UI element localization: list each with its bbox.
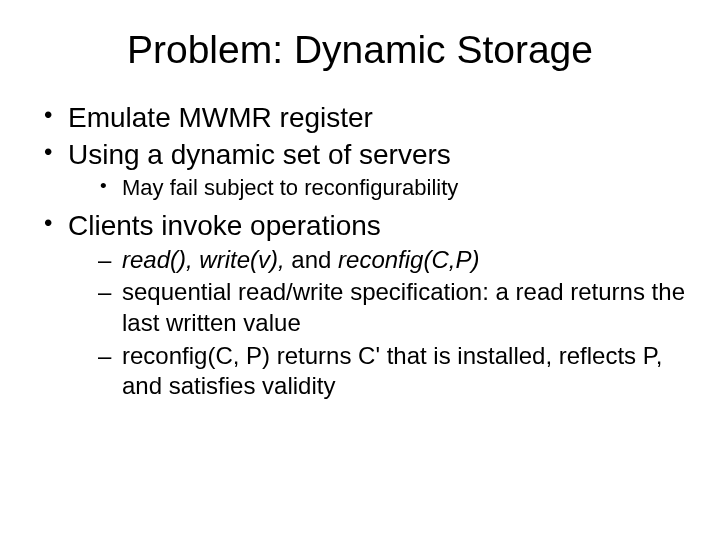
- bullet-text: Clients invoke operations: [68, 210, 381, 241]
- sub-item-sequential-spec: sequential read/write specification: a r…: [98, 277, 690, 338]
- bullet-text: Emulate MWMR register: [68, 102, 373, 133]
- bullet-text: sequential read/write specification: a r…: [122, 278, 685, 336]
- op-and: and: [291, 246, 338, 273]
- sub-bullet-list: May fail subject to reconfigurability: [94, 174, 690, 202]
- bullet-list: Emulate MWMR register Using a dynamic se…: [40, 100, 690, 402]
- bullet-text: reconfig(C, P) returns C' that is instal…: [122, 342, 662, 400]
- slide: Problem: Dynamic Storage Emulate MWMR re…: [0, 0, 720, 540]
- slide-title: Problem: Dynamic Storage: [30, 28, 690, 72]
- sub-item-operations: read(), write(v), and reconfig(C,P): [98, 245, 690, 276]
- bullet-text: May fail subject to reconfigurability: [122, 175, 458, 200]
- sub-item-reconfig-returns: reconfig(C, P) returns C' that is instal…: [98, 341, 690, 402]
- sub-bullet-may-fail: May fail subject to reconfigurability: [94, 174, 690, 202]
- bullet-clients-invoke: Clients invoke operations read(), write(…: [40, 208, 690, 403]
- bullet-text: Using a dynamic set of servers: [68, 139, 451, 170]
- op-read-write: read(), write(v),: [122, 246, 291, 273]
- op-reconfig: reconfig(C,P): [338, 246, 479, 273]
- bullet-emulate: Emulate MWMR register: [40, 100, 690, 135]
- bullet-dynamic-set: Using a dynamic set of servers May fail …: [40, 137, 690, 202]
- sub-dash-list: read(), write(v), and reconfig(C,P) sequ…: [98, 245, 690, 403]
